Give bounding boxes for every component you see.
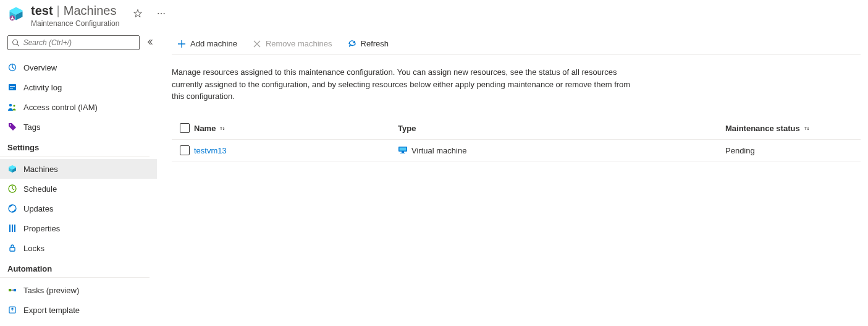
updates-icon xyxy=(7,204,17,213)
page-title-separator: | xyxy=(57,4,60,18)
sidebar-item-overview[interactable]: Overview xyxy=(0,58,157,77)
remove-machines-button: Remove machines xyxy=(247,34,337,54)
svg-rect-20 xyxy=(14,289,16,291)
favorite-button[interactable] xyxy=(130,6,145,21)
tags-icon xyxy=(7,122,17,132)
collapse-sidebar-button[interactable] xyxy=(146,38,153,48)
locks-icon xyxy=(7,243,17,253)
svg-rect-23 xyxy=(400,147,407,150)
svg-point-2 xyxy=(161,13,162,14)
table-row[interactable]: testvm13 Virtual machine Pending xyxy=(172,140,861,162)
svg-rect-17 xyxy=(14,225,15,232)
svg-point-4 xyxy=(13,40,18,45)
sidebar-item-machines[interactable]: Machines xyxy=(0,159,157,179)
svg-rect-15 xyxy=(9,225,11,232)
row-checkbox[interactable] xyxy=(180,145,190,155)
resource-type: Virtual machine xyxy=(411,146,466,155)
export-template-icon xyxy=(7,305,17,315)
description-text: Manage resources assigned to this mainte… xyxy=(172,66,641,103)
svg-line-5 xyxy=(17,44,19,46)
svg-rect-19 xyxy=(9,289,11,291)
schedule-icon xyxy=(7,184,17,194)
svg-rect-25 xyxy=(400,153,405,153)
svg-point-1 xyxy=(158,13,159,14)
search-input-wrapper[interactable] xyxy=(7,35,140,50)
resource-link[interactable]: testvm13 xyxy=(194,146,227,155)
sidebar-item-access-control[interactable]: Access control (IAM) xyxy=(0,97,157,117)
add-machine-button[interactable]: Add machine xyxy=(172,34,242,54)
search-icon xyxy=(12,38,20,47)
sidebar-item-locks[interactable]: Locks xyxy=(0,238,157,258)
sidebar: Overview Activity log Access control (IA… xyxy=(0,30,157,320)
more-button[interactable] xyxy=(154,6,169,21)
maintenance-config-icon xyxy=(7,5,25,22)
properties-icon xyxy=(7,223,17,233)
column-header-type[interactable]: Type xyxy=(398,124,725,133)
svg-point-14 xyxy=(9,205,16,212)
svg-rect-8 xyxy=(10,86,15,87)
search-input[interactable] xyxy=(23,38,135,47)
page-title-section: Machines xyxy=(64,4,117,18)
svg-rect-7 xyxy=(9,84,16,90)
sort-icon xyxy=(219,125,225,131)
svg-rect-18 xyxy=(10,247,15,251)
column-header-name[interactable]: Name xyxy=(194,124,398,133)
page-title-resource: test xyxy=(31,4,53,18)
svg-point-11 xyxy=(13,105,15,106)
refresh-button[interactable]: Refresh xyxy=(342,34,394,54)
svg-point-3 xyxy=(164,13,165,14)
column-header-status[interactable]: Maintenance status xyxy=(725,124,861,133)
sidebar-item-updates[interactable]: Updates xyxy=(0,199,157,218)
svg-rect-24 xyxy=(402,152,404,153)
toolbar: Add machine Remove machines Refresh xyxy=(172,33,861,55)
svg-point-12 xyxy=(10,124,11,126)
x-icon xyxy=(252,39,262,49)
sidebar-item-activity-log[interactable]: Activity log xyxy=(0,77,157,97)
access-control-icon xyxy=(7,102,17,112)
sidebar-group-settings: Settings xyxy=(0,137,150,157)
activity-log-icon xyxy=(7,82,17,92)
vm-icon xyxy=(398,145,408,157)
page-subtitle: Maintenance Configuration xyxy=(31,19,119,28)
overview-icon xyxy=(7,62,17,72)
maintenance-status: Pending xyxy=(725,146,755,155)
sidebar-item-tasks[interactable]: Tasks (preview) xyxy=(0,280,157,300)
refresh-icon xyxy=(347,39,357,49)
select-all-checkbox[interactable] xyxy=(180,123,190,133)
sidebar-item-properties[interactable]: Properties xyxy=(0,218,157,238)
tasks-icon xyxy=(7,285,17,295)
sidebar-item-export-template[interactable]: Export template xyxy=(0,300,157,320)
sidebar-item-schedule[interactable]: Schedule xyxy=(0,179,157,199)
sidebar-group-automation: Automation xyxy=(0,258,150,278)
sort-icon xyxy=(804,125,810,131)
svg-rect-9 xyxy=(10,88,13,88)
machines-icon xyxy=(7,164,17,174)
table-header-row: Name Type Maintenance status xyxy=(172,118,861,140)
svg-point-10 xyxy=(9,104,12,106)
machines-table: Name Type Maintenance status testvm13 xyxy=(172,118,861,162)
sidebar-item-tags[interactable]: Tags xyxy=(0,117,157,137)
plus-icon xyxy=(177,39,187,49)
svg-rect-16 xyxy=(12,225,13,232)
